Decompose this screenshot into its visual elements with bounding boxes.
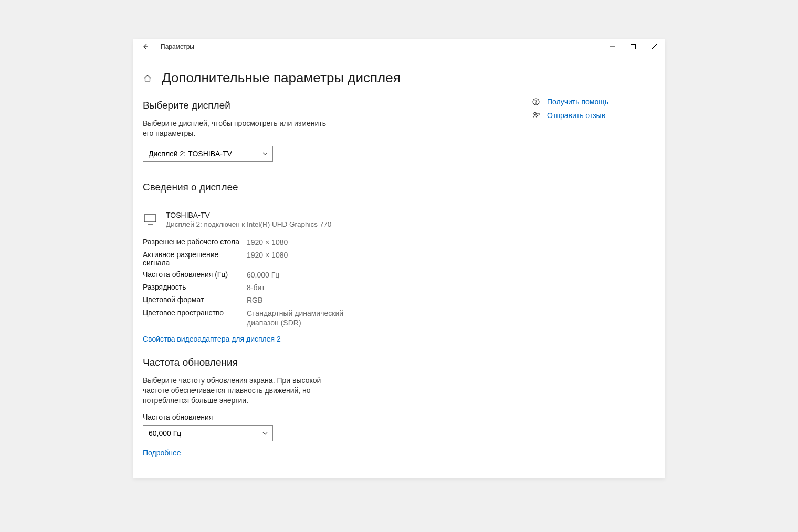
- display-info-heading: Сведения о дисплее: [143, 182, 531, 193]
- home-icon: [143, 74, 152, 82]
- chevron-down-icon: [262, 430, 268, 437]
- svg-point-8: [536, 103, 536, 104]
- spec-value: 1920 × 1080: [247, 250, 352, 267]
- refresh-rate-heading: Частота обновления: [143, 357, 531, 368]
- spec-label: Разрешение рабочего стола: [143, 238, 247, 247]
- spec-value: Стандартный динамический диапазон (SDR): [247, 308, 352, 327]
- refresh-rate-select[interactable]: 60,000 Гц: [143, 425, 273, 441]
- spec-label: Активное разрешение сигнала: [143, 250, 247, 267]
- svg-rect-2: [631, 45, 636, 49]
- display-connection: Дисплей 2: подключен к Intel(R) UHD Grap…: [166, 220, 331, 228]
- get-help-link[interactable]: Получить помощь: [531, 95, 652, 109]
- display-select[interactable]: Дисплей 2: TOSHIBA-TV: [143, 146, 273, 162]
- titlebar: Параметры: [133, 39, 665, 54]
- display-select-value: Дисплей 2: TOSHIBA-TV: [149, 150, 232, 158]
- back-button[interactable]: [141, 39, 150, 54]
- close-icon: [652, 44, 657, 49]
- feedback-icon: [531, 111, 541, 120]
- window-controls: [602, 39, 665, 54]
- maximize-icon: [631, 44, 636, 49]
- spec-value: RGB: [247, 295, 352, 305]
- page-title: Дополнительные параметры дисплея: [162, 70, 401, 86]
- get-help-label: Получить помощь: [547, 98, 608, 106]
- refresh-rate-value: 60,000 Гц: [149, 429, 181, 438]
- main-column: Дополнительные параметры дисплея Выберит…: [143, 70, 531, 457]
- learn-more-link[interactable]: Подробнее: [143, 449, 531, 457]
- display-spec-table: Разрешение рабочего стола 1920 × 1080 Ак…: [143, 238, 531, 327]
- window-title: Параметры: [161, 43, 194, 50]
- adapter-properties-link[interactable]: Свойства видеоадаптера для дисплея 2: [143, 335, 531, 343]
- select-display-heading: Выберите дисплей: [143, 100, 531, 111]
- spacer: [143, 162, 531, 182]
- feedback-label: Отправить отзыв: [547, 111, 605, 120]
- svg-rect-5: [144, 215, 156, 222]
- close-button[interactable]: [644, 39, 665, 54]
- arrow-left-icon: [142, 43, 149, 50]
- page-header: Дополнительные параметры дисплея: [143, 70, 531, 86]
- svg-rect-10: [537, 113, 539, 115]
- spec-label: Цветовое пространство: [143, 308, 247, 327]
- spec-value: 60,000 Гц: [247, 270, 352, 280]
- refresh-rate-text: Выберите частоту обновления экрана. При …: [143, 376, 337, 406]
- chevron-down-icon: [262, 151, 268, 157]
- side-column: Получить помощь Отправить отзыв: [531, 70, 652, 457]
- minimize-button[interactable]: [602, 39, 623, 54]
- spec-label: Цветовой формат: [143, 295, 247, 305]
- content: Дополнительные параметры дисплея Выберит…: [133, 54, 665, 478]
- settings-window: Параметры: [133, 39, 665, 478]
- monitor-icon: [143, 212, 158, 227]
- maximize-button[interactable]: [623, 39, 644, 54]
- refresh-rate-label: Частота обновления: [143, 413, 531, 421]
- help-icon: [531, 97, 541, 107]
- display-name: TOSHIBA-TV: [166, 211, 331, 219]
- select-display-text: Выберите дисплей, чтобы просмотреть или …: [143, 119, 337, 139]
- display-summary: TOSHIBA-TV Дисплей 2: подключен к Intel(…: [143, 211, 531, 228]
- svg-point-9: [534, 112, 536, 114]
- spec-value: 1920 × 1080: [247, 238, 352, 247]
- feedback-link[interactable]: Отправить отзыв: [531, 109, 652, 122]
- spec-label: Разрядность: [143, 283, 247, 292]
- minimize-icon: [610, 44, 615, 49]
- spec-value: 8-бит: [247, 283, 352, 292]
- home-button[interactable]: [143, 73, 152, 83]
- spec-label: Частота обновления (Гц): [143, 270, 247, 280]
